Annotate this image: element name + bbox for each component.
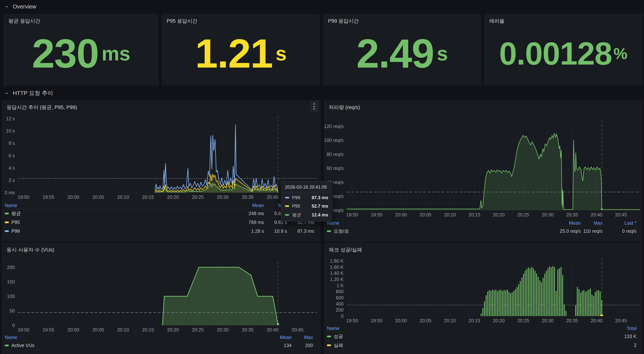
bar-성공 xyxy=(566,311,566,316)
bar-성공 xyxy=(492,290,493,316)
tooltip-row: P9987.3 ms xyxy=(285,195,328,200)
bar-성공 xyxy=(557,270,558,316)
legend-column-name[interactable]: Name xyxy=(5,203,241,208)
legend-item: P95769 ms9.81 s52.7 ms xyxy=(5,218,314,227)
y-axis-label: 100 xyxy=(0,294,15,299)
y-axis-label: 1.80 K xyxy=(312,258,344,264)
tooltip-series-label: P99 xyxy=(292,195,300,200)
legend-label: 실패 xyxy=(334,342,343,348)
bar-성공 xyxy=(560,267,562,316)
section-header-overview[interactable]: Overview xyxy=(4,3,36,10)
legend-header: NameMeanMax xyxy=(5,334,313,341)
chart-plot[interactable] xyxy=(18,262,317,325)
x-axis-label: 20:20 xyxy=(493,212,505,218)
panel-title[interactable]: 체크 성공/실패 xyxy=(329,246,362,253)
chart-plot[interactable] xyxy=(18,116,317,193)
bar-성공 xyxy=(489,290,490,316)
bar-성공 xyxy=(512,293,513,316)
x-axis-label: 20:20 xyxy=(167,327,179,333)
kebab-icon xyxy=(314,108,315,109)
y-axis-label: 600 xyxy=(312,295,344,301)
chart-legend: NameMeanMaxLast *평균248 ms5.89 s12.4 msP9… xyxy=(5,202,317,236)
x-axis-label: 20:00 xyxy=(68,327,79,333)
legend-item: 성공133 K xyxy=(327,332,636,341)
y-axis-label: 0 xyxy=(312,314,344,319)
stat-unit: % xyxy=(614,46,628,61)
x-axis-label: 20:30 xyxy=(217,327,229,333)
legend-swatch-icon xyxy=(327,230,331,232)
section-title: Overview xyxy=(13,3,36,10)
section-title: HTTP 요청 추이 xyxy=(13,89,53,97)
x-axis-label: 20:00 xyxy=(395,318,407,324)
tooltip-series-label: P95 xyxy=(292,203,300,209)
section-header-http[interactable]: HTTP 요청 추이 xyxy=(4,89,53,97)
bar-성공 xyxy=(525,271,526,316)
bar-성공 xyxy=(500,290,501,316)
bar-성공 xyxy=(531,267,532,316)
kebab-icon xyxy=(314,103,315,104)
x-axis-label: 20:35 xyxy=(242,194,254,200)
stat-title: P99 응답시간 xyxy=(328,18,359,24)
x-axis-label: 20:15 xyxy=(468,212,480,218)
legend-label: 평균 xyxy=(12,210,21,217)
legend-series-toggle[interactable]: 성공 xyxy=(327,333,608,340)
panel-title[interactable]: 처리량 (req/s) xyxy=(329,104,360,111)
legend-swatch-icon xyxy=(327,345,331,346)
legend-series-toggle[interactable]: 실패 xyxy=(327,342,608,348)
legend-column-mean[interactable]: Mean xyxy=(267,335,292,340)
bar-성공 xyxy=(536,274,537,316)
legend-series-toggle[interactable]: 평균 xyxy=(5,210,241,217)
panel-title[interactable]: 동시 사용자 수 (VUs) xyxy=(6,246,54,253)
x-axis-label: 20:30 xyxy=(542,212,554,218)
y-axis-label: 6 s xyxy=(0,153,15,158)
bar-성공 xyxy=(533,268,534,316)
bar-성공 xyxy=(523,274,524,316)
y-axis-label: 1 K xyxy=(312,283,344,288)
x-axis-label: 19:55 xyxy=(371,318,382,324)
x-axis-label: 19:55 xyxy=(371,212,382,218)
y-axis-label: 150 xyxy=(0,279,15,285)
legend-series-toggle[interactable]: 요청/초 xyxy=(327,228,556,234)
bar-성공 xyxy=(482,308,484,316)
y-axis-label: 2 s xyxy=(0,178,15,183)
legend-column-mean[interactable]: Mean xyxy=(556,220,581,226)
x-axis-label: 20:35 xyxy=(566,212,578,218)
bar-성공 xyxy=(528,267,529,316)
chart-svg xyxy=(347,120,640,210)
bar-성공 xyxy=(596,291,598,316)
legend-column-total[interactable]: Total xyxy=(608,326,636,331)
x-axis-label: 20:40 xyxy=(591,212,602,218)
legend-series-toggle[interactable]: Active VUs xyxy=(5,343,267,348)
chart-plot[interactable] xyxy=(347,120,640,210)
legend-column-last[interactable]: Last * xyxy=(602,220,636,226)
legend-item: P991.28 s10.9 s87.3 ms xyxy=(5,227,314,236)
stat-unit: ms xyxy=(102,43,130,63)
legend-column-name[interactable]: Name xyxy=(327,220,556,226)
y-axis-label: 50 xyxy=(0,308,15,314)
series-요청/초-fill xyxy=(347,133,640,210)
panel-title[interactable]: 응답시간 추이 (평균, P95, P99) xyxy=(6,104,77,111)
legend-column-mean[interactable]: Mean xyxy=(241,203,264,208)
x-axis-label: 20:05 xyxy=(92,194,104,200)
y-axis-label: 10 s xyxy=(0,128,15,134)
panel-menu-button[interactable] xyxy=(310,101,318,112)
x-axis-label: 19:50 xyxy=(18,327,30,333)
legend-item: 평균248 ms5.89 s12.4 ms xyxy=(5,209,314,218)
bar-성공 xyxy=(518,284,519,316)
x-axis-label: 20:20 xyxy=(493,318,505,324)
hover-point xyxy=(601,208,603,210)
panel-throughput: 처리량 (req/s) NameMeanMaxLast *요청/초25.0 re… xyxy=(324,100,642,242)
legend-column-max[interactable]: Max xyxy=(292,335,313,340)
legend-series-toggle[interactable]: P99 xyxy=(5,228,241,234)
bar-성공 xyxy=(595,292,596,316)
y-axis-label: 400 xyxy=(312,301,344,307)
bar-성공 xyxy=(538,277,538,316)
legend-series-toggle[interactable]: P95 xyxy=(5,220,241,225)
stat-panel: 에러율0.00128% xyxy=(484,14,642,85)
x-axis-label: 20:20 xyxy=(167,194,179,200)
chevron-down-icon xyxy=(4,91,9,95)
legend-column-name[interactable]: Name xyxy=(5,335,267,340)
legend-column-max[interactable]: Max xyxy=(581,220,602,226)
legend-column-name[interactable]: Name xyxy=(327,326,608,331)
chart-plot[interactable] xyxy=(347,258,640,316)
